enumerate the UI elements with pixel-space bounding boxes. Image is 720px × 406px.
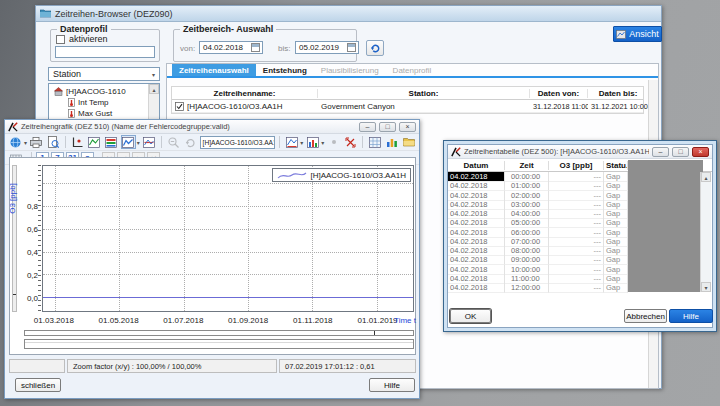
- print-preview-icon[interactable]: [46, 135, 61, 149]
- chevron-down-icon[interactable]: ▾: [300, 139, 303, 146]
- ansicht-button[interactable]: Ansicht: [613, 26, 662, 42]
- series-von-cell: 31.12.2018 11:00:00: [530, 102, 588, 111]
- series-selection-table: Zeitreihenname: Station: Daten von: Date…: [171, 86, 644, 114]
- tab[interactable]: Datenprofil: [386, 64, 439, 76]
- chevron-down-icon: ▾: [152, 71, 155, 78]
- undo-zoom-icon[interactable]: [183, 135, 198, 149]
- x-tick-label: 01.03.2018: [34, 316, 74, 325]
- col-zeit[interactable]: Zeit: [505, 161, 549, 170]
- abbrechen-button[interactable]: Abbrechen: [624, 309, 667, 323]
- table-view-icon[interactable]: [104, 135, 119, 149]
- tab[interactable]: Zeitreihenauswahl: [172, 64, 256, 76]
- grid-settings-icon[interactable]: [367, 135, 382, 149]
- zoom-out-icon[interactable]: [166, 135, 181, 149]
- line-chart-type-icon[interactable]: [121, 135, 136, 149]
- series-combobox[interactable]: [H]AACOG-1610/O3.AA1H ▾: [200, 136, 276, 149]
- close-button[interactable]: ×: [692, 147, 709, 157]
- chevron-down-icon[interactable]: ▾: [24, 139, 27, 146]
- tab-label: Plausibilisierung: [321, 66, 379, 75]
- scroll-up-icon[interactable]: ▴: [701, 172, 711, 182]
- x-pan-scrollbar[interactable]: [24, 339, 414, 349]
- x-tick-label: 01.07.2018: [163, 316, 203, 325]
- marker-icon[interactable]: [326, 135, 341, 149]
- chart-panel: O3 [ppb] 0,00,20,40,60,8 [H]AACOG-1610/: [9, 157, 416, 355]
- status-cell-empty: [9, 359, 65, 373]
- scroll-up-icon[interactable]: ▴: [149, 84, 159, 94]
- col-o3[interactable]: O3 [ppb]: [549, 161, 604, 170]
- overlay-line-icon[interactable]: [284, 135, 299, 149]
- y-tick-label: 0,4: [27, 247, 38, 256]
- hilfe-button[interactable]: Hilfe: [369, 378, 415, 392]
- chevron-down-icon[interactable]: ▾: [137, 139, 140, 146]
- tree-item[interactable]: Max Gust: [49, 108, 159, 119]
- calendar-icon[interactable]: [251, 43, 260, 52]
- x-tick-label: 01.11.2018: [293, 316, 332, 325]
- gridline: [43, 229, 413, 230]
- tree-item[interactable]: Int Temp: [49, 97, 159, 108]
- gridline: [248, 166, 249, 311]
- zeitbereich-group: Zeitbereich- Auswahl von: 04.02.2018 bis…: [173, 29, 357, 62]
- schliessen-button[interactable]: schließen: [15, 378, 61, 392]
- print-icon[interactable]: [29, 135, 44, 149]
- gridline: [377, 166, 378, 311]
- x-range-scrollbar[interactable]: [24, 330, 414, 336]
- calendar-icon[interactable]: [347, 43, 356, 52]
- series-row[interactable]: [H]AACOG-1610/O3.AA1H Government Canyon …: [172, 100, 643, 113]
- axes-settings-icon[interactable]: [70, 135, 85, 149]
- toolbar-separator: [279, 136, 280, 148]
- tab[interactable]: Entstehung: [256, 64, 314, 76]
- von-date-field[interactable]: 04.02.2018: [199, 41, 263, 54]
- tree-item-label: Int Temp: [78, 98, 109, 107]
- chevron-down-icon[interactable]: ▾: [321, 139, 324, 146]
- table-title-bar[interactable]: Zeitreihentabelle (DEZ 500): [H]AACOG-16…: [448, 145, 712, 159]
- von-date-value: 04.02.2018: [203, 43, 243, 52]
- aktivieren-checkbox-row[interactable]: aktivieren: [56, 34, 108, 44]
- graph-properties-icon[interactable]: [87, 135, 102, 149]
- tree-root-station[interactable]: [H]AACOG-1610: [49, 84, 159, 97]
- ok-button[interactable]: OK: [450, 309, 491, 323]
- x-range-thumb[interactable]: [374, 331, 375, 335]
- zeitreihentabelle-window: Zeitreihentabelle (DEZ 500): [H]AACOG-16…: [443, 140, 717, 332]
- zeit-cell[interactable]: 12:00:00: [505, 283, 549, 293]
- close-button[interactable]: ×: [399, 122, 416, 132]
- status-cell[interactable]: Gap: [604, 283, 628, 293]
- threshold-chart-icon[interactable]: [142, 135, 157, 149]
- station-combobox[interactable]: Station ▾: [48, 67, 160, 81]
- chart-title-bar[interactable]: Zeitreihengrafik (DEZ 510) (Name der Feh…: [5, 120, 419, 134]
- scroll-down-icon[interactable]: ▾: [701, 282, 711, 292]
- col-datum[interactable]: Datum: [448, 161, 505, 170]
- toolbar-separator: [362, 136, 363, 148]
- minimize-button[interactable]: –: [359, 122, 376, 132]
- datum-cell[interactable]: 04.02.2018: [448, 283, 505, 293]
- apply-timerange-button[interactable]: [366, 40, 384, 56]
- overlay-bar-icon[interactable]: [305, 135, 320, 149]
- col-daten-bis: Daten bis:: [588, 89, 649, 98]
- station-combobox-value: Station: [53, 69, 81, 79]
- plot-area[interactable]: [H]AACOG-1610/O3.AA1H: [42, 165, 414, 312]
- datenprofil-group: Datenprofil aktivieren: [50, 29, 160, 62]
- gridline: [55, 166, 56, 311]
- series-station-cell: Government Canyon: [318, 102, 530, 111]
- profil-input[interactable]: [55, 46, 155, 58]
- tab[interactable]: Plausibilisierung: [314, 64, 386, 76]
- statistics-icon[interactable]: [384, 135, 399, 149]
- table-scrollbar[interactable]: ▴ ▾: [700, 172, 711, 292]
- y-tick-label: 0,2: [27, 270, 38, 279]
- value-cell[interactable]: ---: [549, 283, 604, 293]
- maximize-button[interactable]: □: [672, 147, 689, 157]
- app-logo-icon: [8, 122, 18, 132]
- aktivieren-checkbox[interactable]: [56, 35, 65, 44]
- chart-legend: [H]AACOG-1610/O3.AA1H: [272, 168, 411, 182]
- checked-checkbox-icon[interactable]: [175, 102, 184, 111]
- time-range-icon[interactable]: [8, 135, 23, 149]
- col-status[interactable]: Statu...: [604, 161, 628, 170]
- export-icon[interactable]: [401, 135, 416, 149]
- maximize-button[interactable]: □: [379, 122, 396, 132]
- minimize-button[interactable]: –: [652, 147, 669, 157]
- bis-date-field[interactable]: 05.02.2019: [295, 41, 359, 54]
- parameter-icon: [68, 109, 75, 118]
- fit-view-icon[interactable]: [343, 135, 358, 149]
- main-title-bar[interactable]: Zeitreihen-Browser (DEZ090): [36, 6, 661, 22]
- hilfe-button[interactable]: Hilfe: [669, 309, 713, 323]
- series-name-cell[interactable]: [H]AACOG-1610/O3.AA1H: [172, 102, 318, 111]
